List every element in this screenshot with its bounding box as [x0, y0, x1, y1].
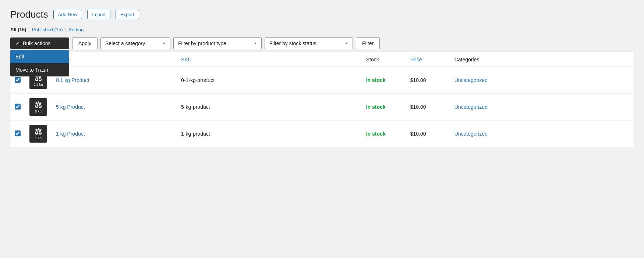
stock-status-select[interactable]: Filter by stock status	[265, 37, 353, 49]
tab-all[interactable]: All (15)	[10, 27, 26, 32]
bulk-actions-wrapper: ✓ Bulk actions Edit Move to Trash	[10, 37, 69, 49]
col-header-name[interactable]: Name	[52, 52, 177, 67]
product-sku: 1-kg-product	[177, 121, 362, 147]
category-select[interactable]: Select a category	[100, 37, 170, 49]
thumb-label: 1 kg	[35, 136, 42, 140]
product-name-link[interactable]: 1 kg Product	[56, 131, 85, 137]
col-header-stock: Stock	[362, 52, 406, 67]
bulk-actions-button[interactable]: ✓ Bulk actions	[10, 37, 69, 49]
product-price: $10.00	[406, 67, 450, 94]
bulk-actions-label: Bulk actions	[23, 40, 50, 46]
product-name-link[interactable]: 0.1 kg Product	[56, 77, 89, 83]
kettlebell-icon: ⚖	[35, 128, 42, 136]
bulk-actions-dropdown-menu: Edit Move to Trash	[10, 50, 69, 76]
product-category-link[interactable]: Uncategorized	[454, 131, 488, 137]
stock-status: In stock	[366, 131, 386, 137]
thumb-label: 0.1 kg	[33, 83, 43, 86]
product-sku: 5-kg-product	[177, 94, 362, 121]
table-row: ⚖1 kg1 kg Product1-kg-productIn stock$10…	[10, 121, 634, 147]
row-checkbox[interactable]	[15, 130, 21, 136]
export-button[interactable]: Export	[116, 10, 139, 19]
product-price: $10.00	[406, 94, 450, 121]
table-row: ⚖0.1 kg0.1 kg Product0-1-kg-productIn st…	[10, 67, 634, 94]
add-new-button[interactable]: Add New	[53, 10, 82, 19]
product-type-select-wrapper: Filter by product type	[173, 37, 262, 49]
col-header-categories: Categories	[450, 52, 634, 67]
stock-status: In stock	[366, 104, 386, 110]
table-header-row: Name SKU Stock Price Categories	[10, 52, 634, 67]
row-checkbox[interactable]	[15, 104, 21, 110]
table-row: ⚖5 kg5 kg Product5-kg-productIn stock$10…	[10, 94, 634, 121]
bulk-action-edit[interactable]: Edit	[10, 50, 69, 63]
product-thumbnail: ⚖1 kg	[29, 125, 47, 143]
stock-status-select-wrapper: Filter by stock status	[265, 37, 353, 49]
product-category-link[interactable]: Uncategorized	[454, 77, 488, 83]
col-header-sku[interactable]: SKU	[177, 52, 362, 67]
all-count: (15)	[18, 27, 26, 32]
products-table: Name SKU Stock Price Categories ⚖0.1 kg0…	[10, 52, 634, 147]
page-title: Products	[10, 9, 48, 20]
checkmark-icon: ✓	[15, 40, 20, 46]
product-sku: 0-1-kg-product	[177, 67, 362, 94]
filter-button[interactable]: Filter	[356, 37, 380, 49]
kettlebell-icon: ⚖	[35, 101, 42, 109]
stock-status: In stock	[366, 77, 386, 83]
product-thumbnail: ⚖5 kg	[29, 98, 47, 116]
product-type-select[interactable]: Filter by product type	[173, 37, 262, 49]
thumb-label: 5 kg	[35, 110, 42, 113]
product-name-link[interactable]: 5 kg Product	[56, 104, 85, 110]
product-price: $10.00	[406, 121, 450, 147]
category-select-wrapper: Select a category	[100, 37, 170, 49]
row-checkbox[interactable]	[15, 77, 21, 83]
toolbar: ✓ Bulk actions Edit Move to Trash Apply …	[10, 37, 634, 49]
published-count: (15)	[54, 27, 63, 32]
col-header-price[interactable]: Price	[406, 52, 450, 67]
tab-published[interactable]: Published (15)	[32, 27, 63, 32]
tab-sorting[interactable]: Sorting	[68, 27, 84, 32]
bulk-action-trash[interactable]: Move to Trash	[10, 63, 69, 76]
page-header: Products Add New Import Export	[10, 9, 634, 20]
import-button[interactable]: Import	[87, 10, 110, 19]
status-tabs: All (15) | Published (15) | Sorting	[10, 27, 634, 32]
apply-button[interactable]: Apply	[72, 37, 98, 49]
product-category-link[interactable]: Uncategorized	[454, 104, 488, 110]
